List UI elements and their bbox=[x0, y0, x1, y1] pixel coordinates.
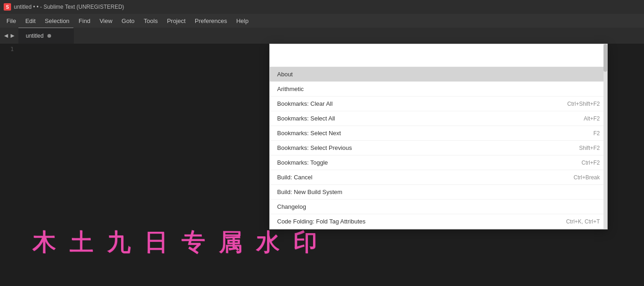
menu-selection[interactable]: Selection bbox=[40, 16, 74, 26]
tab-untitled[interactable]: untitled bbox=[18, 28, 74, 44]
title-bar-text: untitled • • - Sublime Text (UNREGISTERE… bbox=[14, 4, 124, 10]
command-name: Bookmarks: Toggle bbox=[277, 159, 328, 166]
line-numbers: 1 bbox=[0, 44, 18, 286]
search-input[interactable] bbox=[275, 52, 602, 59]
command-name: Bookmarks: Select Next bbox=[277, 130, 341, 137]
command-shortcut: Ctrl+Shift+F2 bbox=[567, 101, 600, 107]
command-shortcut: Ctrl+K, Ctrl+T bbox=[566, 218, 600, 225]
command-shortcut: Alt+F2 bbox=[584, 115, 600, 122]
command-changelog[interactable]: Changelog bbox=[270, 200, 607, 214]
menu-help[interactable]: Help bbox=[232, 16, 253, 26]
tab-next-arrow[interactable]: ▶ bbox=[9, 32, 16, 40]
command-build-cancel[interactable]: Build: Cancel Ctrl+Break bbox=[270, 170, 607, 185]
command-name: Changelog bbox=[277, 203, 306, 210]
command-bookmarks-toggle[interactable]: Bookmarks: Toggle Ctrl+F2 bbox=[270, 155, 607, 170]
command-name: Bookmarks: Clear All bbox=[277, 100, 333, 107]
command-arithmetic[interactable]: Arithmetic bbox=[270, 82, 607, 97]
command-bookmarks-select-next[interactable]: Bookmarks: Select Next F2 bbox=[270, 126, 607, 141]
command-name: Bookmarks: Select Previous bbox=[277, 144, 352, 151]
title-bar: S untitled • • - Sublime Text (UNREGISTE… bbox=[0, 0, 644, 14]
command-shortcut: Ctrl+Break bbox=[574, 174, 600, 181]
menu-goto[interactable]: Goto bbox=[117, 16, 139, 26]
menu-project[interactable]: Project bbox=[162, 16, 190, 26]
menu-edit[interactable]: Edit bbox=[21, 16, 40, 26]
scrollbar-thumb[interactable] bbox=[603, 44, 607, 72]
menu-view[interactable]: View bbox=[95, 16, 117, 26]
command-bookmarks-select-all[interactable]: Bookmarks: Select All Alt+F2 bbox=[270, 111, 607, 126]
command-name: Arithmetic bbox=[277, 86, 304, 92]
tab-bar: ◀ ▶ untitled bbox=[0, 28, 644, 44]
search-box bbox=[270, 44, 607, 67]
line-number-1: 1 bbox=[0, 46, 14, 52]
menu-find[interactable]: Find bbox=[74, 16, 95, 26]
tab-label: untitled bbox=[26, 33, 44, 39]
command-bookmarks-clear-all[interactable]: Bookmarks: Clear All Ctrl+Shift+F2 bbox=[270, 97, 607, 111]
tab-prev-arrow[interactable]: ◀ bbox=[3, 32, 9, 40]
scrollbar-track bbox=[603, 44, 607, 229]
tab-modified-dot bbox=[47, 34, 51, 38]
command-shortcut: Ctrl+F2 bbox=[581, 160, 600, 166]
menu-tools[interactable]: Tools bbox=[139, 16, 162, 26]
command-name: About bbox=[277, 71, 293, 78]
menu-preferences[interactable]: Preferences bbox=[190, 16, 232, 26]
editor-area: 1 木 土 九 日 专 属 水 印 About Arithmetic Bookm… bbox=[0, 44, 644, 286]
watermark-text: 木 土 九 日 专 属 水 印 bbox=[32, 226, 321, 258]
command-build-new[interactable]: Build: New Build System bbox=[270, 185, 607, 200]
app-icon: S bbox=[4, 3, 11, 11]
menu-file[interactable]: File bbox=[2, 16, 21, 26]
command-name: Code Folding: Fold Tag Attributes bbox=[277, 218, 366, 225]
command-about[interactable]: About bbox=[270, 67, 607, 82]
command-name: Build: New Build System bbox=[277, 189, 342, 195]
command-list: About Arithmetic Bookmarks: Clear All Ct… bbox=[270, 67, 607, 229]
command-shortcut: F2 bbox=[593, 130, 600, 137]
command-code-folding-fold-tag[interactable]: Code Folding: Fold Tag Attributes Ctrl+K… bbox=[270, 214, 607, 229]
command-palette: About Arithmetic Bookmarks: Clear All Ct… bbox=[269, 44, 608, 229]
tab-navigation: ◀ ▶ bbox=[0, 32, 18, 40]
command-bookmarks-select-previous[interactable]: Bookmarks: Select Previous Shift+F2 bbox=[270, 141, 607, 155]
command-name: Bookmarks: Select All bbox=[277, 115, 335, 122]
command-shortcut: Shift+F2 bbox=[579, 145, 600, 151]
menu-bar: File Edit Selection Find View Goto Tools… bbox=[0, 14, 644, 28]
command-name: Build: Cancel bbox=[277, 174, 313, 181]
